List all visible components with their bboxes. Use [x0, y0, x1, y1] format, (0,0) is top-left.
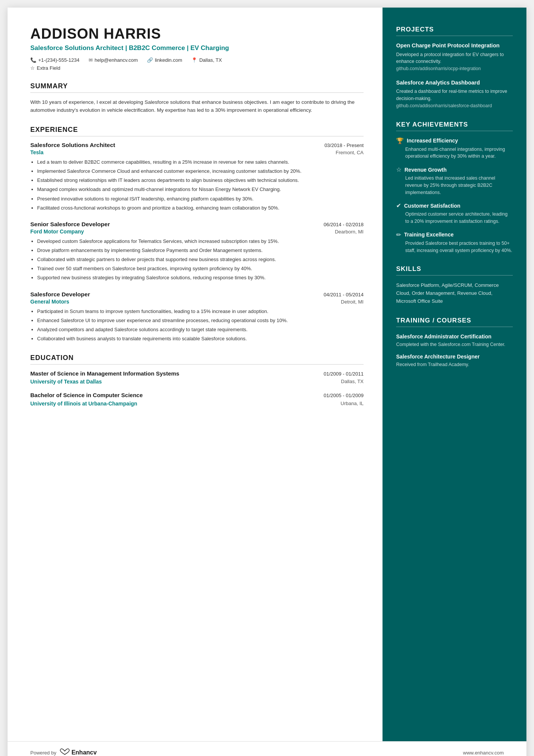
job-company-row-2: Ford Motor Company Dearborn, MI	[30, 229, 364, 235]
job-title-3: Salesforce Developer	[30, 291, 90, 298]
edu-date-1: 01/2009 - 01/2011	[323, 371, 364, 377]
job-company-2: Ford Motor Company	[30, 229, 84, 235]
achievement-desc-2: Led initiatives that increased sales cha…	[396, 175, 513, 196]
training-item-2: Salesforce Architecture Designer Receive…	[396, 353, 513, 368]
edu-location-2: Urbana, IL	[340, 401, 364, 407]
project-name-2: Salesforce Analytics Dashboard	[396, 79, 513, 87]
achievement-item-3: ✔ Customer Satisfaction Optimized custom…	[396, 202, 513, 225]
list-item: Collaborated with business analysts to t…	[37, 335, 364, 343]
skills-section: SKILLS Salesforce Platform, Agile/SCRUM,…	[396, 265, 513, 305]
job-date-3: 04/2011 - 05/2014	[323, 292, 364, 297]
summary-text: With 10 years of experience, I excel at …	[30, 98, 364, 114]
job-company-3: General Motors	[30, 299, 69, 305]
edu-item-2: Bachelor of Science in Computer Science …	[30, 391, 364, 406]
email-icon: ✉	[89, 57, 93, 63]
achievement-desc-3: Optimized customer service architecture,…	[396, 211, 513, 225]
edu-header-1: Master of Science in Management Informat…	[30, 370, 364, 377]
training-title: TRAINING / COURSES	[396, 317, 513, 327]
achievement-title-1: Increased Efficiency	[407, 138, 458, 144]
list-item: Analyzed competitors and adapted Salesfo…	[37, 326, 364, 333]
achievement-desc-4: Provided Salesforce best practices train…	[396, 240, 513, 254]
linkedin-icon: 🔗	[147, 57, 153, 63]
list-item: Presented innovative solutions to region…	[37, 195, 364, 203]
phone-icon: 📞	[30, 57, 36, 63]
list-item: Led a team to deliver B2B2C commerce cap…	[37, 158, 364, 166]
job-item-1: Salesforce Solutions Architect 03/2018 -…	[30, 142, 364, 212]
achievement-title-3: Customer Satisfaction	[404, 203, 461, 209]
star-icon: ☆	[396, 166, 401, 173]
training-desc-2: Received from Trailhead Academy.	[396, 362, 513, 368]
list-item: Drove platform enhancements by implement…	[37, 247, 364, 254]
edu-date-2: 01/2005 - 01/2009	[323, 393, 364, 398]
footer-left: Powered by Enhancv	[30, 748, 97, 756]
list-item: Developed custom Salesforce applications…	[37, 238, 364, 245]
achievement-title-4: Training Excellence	[404, 232, 454, 238]
job-bullets-3: Participated in Scrum teams to improve s…	[30, 308, 364, 343]
edu-school-row-1: University of Texas at Dallas Dallas, TX	[30, 379, 364, 385]
achievement-item-1: 🏆 Increased Efficiency Enhanced multi-ch…	[396, 137, 513, 160]
list-item: Facilitated cross-functional workshops t…	[37, 204, 364, 212]
job-company-row-1: Tesla Fremont, CA	[30, 149, 364, 155]
achievement-title-2: Revenue Growth	[404, 167, 447, 173]
project-item-1: Open Charge Point Protocol Integration D…	[396, 42, 513, 72]
list-item: Trained over 50 staff members on Salesfo…	[37, 265, 364, 272]
list-item: Collaborated with strategic partners to …	[37, 256, 364, 263]
resume-body: ADDISON HARRIS Salesforce Solutions Arch…	[8, 8, 526, 741]
checkmark-icon: ✔	[396, 202, 401, 209]
pencil-icon: ✏	[396, 231, 401, 238]
email-contact: ✉ help@enhancv.com	[89, 57, 138, 63]
job-location-3: Detroit, MI	[341, 299, 364, 305]
edu-header-2: Bachelor of Science in Computer Science …	[30, 391, 364, 399]
linkedin-contact: 🔗 linkedin.com	[147, 57, 182, 63]
achievement-desc-1: Enhanced multi-channel integrations, imp…	[396, 146, 513, 160]
project-item-2: Salesforce Analytics Dashboard Created a…	[396, 79, 513, 110]
edu-degree-2: Bachelor of Science in Computer Science	[30, 391, 143, 399]
achievement-header-1: 🏆 Increased Efficiency	[396, 137, 513, 144]
projects-section: PROJECTS Open Charge Point Protocol Inte…	[396, 26, 513, 110]
job-company-1: Tesla	[30, 149, 44, 155]
list-item: Implemented Salesforce Commerce Cloud an…	[37, 167, 364, 175]
location-value: Dallas, TX	[199, 57, 222, 63]
projects-title: PROJECTS	[396, 26, 513, 36]
edu-school-1: University of Texas at Dallas	[30, 379, 102, 385]
project-name-1: Open Charge Point Protocol Integration	[396, 42, 513, 50]
achievement-header-4: ✏ Training Excellence	[396, 231, 513, 238]
education-section: EDUCATION Master of Science in Managemen…	[30, 354, 364, 407]
candidate-name: ADDISON HARRIS	[30, 26, 364, 42]
job-header-1: Salesforce Solutions Architect 03/2018 -…	[30, 142, 364, 149]
project-desc-2: Created a dashboard for real-time metric…	[396, 88, 513, 109]
job-location-1: Fremont, CA	[336, 150, 364, 155]
training-item-1: Salesforce Administrator Certification C…	[396, 333, 513, 348]
job-company-row-3: General Motors Detroit, MI	[30, 299, 364, 305]
list-item: Participated in Scrum teams to improve s…	[37, 308, 364, 315]
experience-section: EXPERIENCE Salesforce Solutions Architec…	[30, 126, 364, 343]
achievement-item-4: ✏ Training Excellence Provided Salesforc…	[396, 231, 513, 254]
list-item: Established strong relationships with IT…	[37, 177, 364, 184]
contact-row: 📞 +1-(234)-555-1234 ✉ help@enhancv.com 🔗…	[30, 57, 364, 63]
location-icon: 📍	[191, 57, 197, 63]
achievements-section: KEY ACHIEVEMENTS 🏆 Increased Efficiency …	[396, 121, 513, 254]
job-date-1: 03/2018 - Present	[325, 142, 364, 148]
job-bullets-1: Led a team to deliver B2B2C commerce cap…	[30, 158, 364, 212]
job-location-2: Dearborn, MI	[335, 229, 364, 235]
enhancv-brand: Enhancv	[72, 749, 97, 756]
left-column: ADDISON HARRIS Salesforce Solutions Arch…	[8, 8, 383, 741]
edu-school-row-2: University of Illinois at Urbana-Champai…	[30, 401, 364, 407]
right-column: PROJECTS Open Charge Point Protocol Inte…	[383, 8, 526, 741]
linkedin-value: linkedin.com	[155, 57, 182, 63]
job-bullets-2: Developed custom Salesforce applications…	[30, 238, 364, 282]
job-header-3: Salesforce Developer 04/2011 - 05/2014	[30, 291, 364, 298]
list-item: Enhanced Salesforce UI to improve user e…	[37, 317, 364, 324]
job-title-1: Salesforce Solutions Architect	[30, 142, 115, 149]
phone-value: +1-(234)-555-1234	[38, 57, 80, 63]
location-contact: 📍 Dallas, TX	[191, 57, 222, 63]
education-title: EDUCATION	[30, 354, 364, 365]
edu-location-1: Dallas, TX	[341, 379, 364, 385]
achievement-item-2: ☆ Revenue Growth Led initiatives that in…	[396, 166, 513, 196]
candidate-title: Salesforce Solutions Architect | B2B2C C…	[30, 44, 364, 53]
star-icon: ☆	[30, 65, 35, 71]
trophy-icon: 🏆	[396, 137, 404, 144]
list-item: Supported new business strategies by int…	[37, 274, 364, 282]
job-title-2: Senior Salesforce Developer	[30, 221, 110, 228]
project-desc-1: Developed a protocol integration for EV …	[396, 51, 513, 72]
